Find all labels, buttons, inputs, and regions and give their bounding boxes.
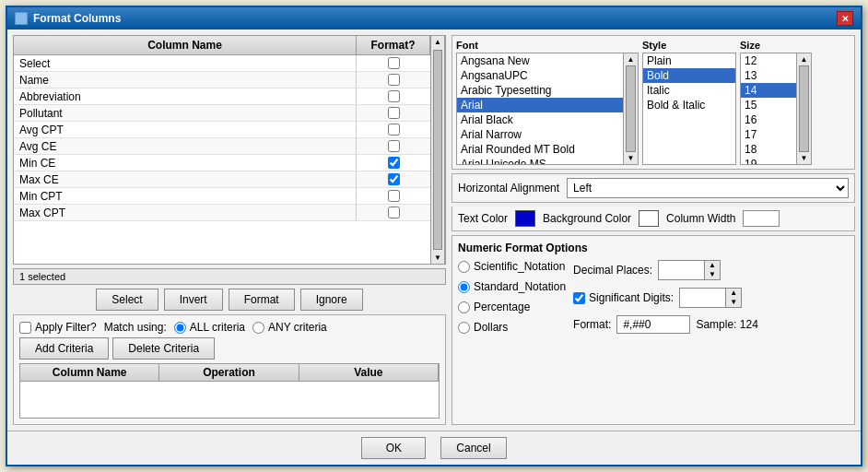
size-list-item[interactable]: 13 [741,68,796,83]
size-list-item[interactable]: 12 [741,53,796,68]
table-row[interactable]: Max CPT [14,205,430,221]
dollars-radio[interactable]: Dollars [458,321,566,334]
ignore-button[interactable]: Ignore [300,289,363,311]
size-list-item[interactable]: 17 [741,127,796,142]
table-cell-name: Max CPT [14,205,357,220]
alignment-row: Horizontal Alignment Left Center Right [452,173,855,203]
sigdig-up-btn[interactable]: ▲ [726,289,741,298]
size-list-item[interactable]: 15 [741,98,796,112]
style-list-item[interactable]: Bold [643,68,735,83]
size-list-item[interactable]: 19 [741,157,796,164]
select-button[interactable]: Select [96,289,158,311]
table-row[interactable]: Min CE [14,155,430,171]
cancel-button[interactable]: Cancel [440,437,506,459]
table-row[interactable]: Select [14,55,430,72]
table-row[interactable]: Pollutant [14,105,430,122]
apply-filter-label[interactable]: Apply Filter? [19,321,97,334]
decimal-input[interactable]: 0 [658,260,704,280]
alignment-select[interactable]: Left Center Right [567,178,849,198]
table-row[interactable]: Avg CE [14,138,430,155]
delete-criteria-button[interactable]: Delete Criteria [112,337,215,360]
style-list-item[interactable]: Plain [643,53,735,68]
format-checkbox[interactable] [388,173,400,185]
style-list[interactable]: PlainBoldItalicBold & Italic [643,53,735,164]
size-scroll-up[interactable]: ▲ [797,55,811,64]
table-cell-format[interactable] [357,205,430,220]
table-row[interactable]: Abbreviation [14,88,430,105]
all-criteria-radio[interactable]: ALL criteria [174,321,245,334]
size-scrollbar[interactable]: ▲ ▼ [796,53,811,164]
table-cell-format[interactable] [357,155,430,171]
font-list-item[interactable]: Arial Unicode MS [457,157,623,164]
format-checkbox[interactable] [388,140,400,152]
apply-filter-checkbox[interactable] [19,322,31,334]
font-list-item[interactable]: Arial Narrow [457,127,623,142]
format-button[interactable]: Format [229,289,295,311]
table-cell-format[interactable] [357,72,430,88]
title-bar-left: Format Columns [15,12,121,25]
size-list-item[interactable]: 16 [741,112,796,127]
percentage-radio[interactable]: Percentage [458,301,566,313]
text-color-box[interactable] [515,210,535,227]
any-criteria-radio[interactable]: ANY criteria [252,321,327,334]
style-section: Style PlainBoldItalicBold & Italic [642,40,736,165]
font-list-item[interactable]: Arial [457,98,623,112]
size-list-item[interactable]: 14 [741,83,796,98]
format-checkbox[interactable] [388,74,400,86]
font-list-item[interactable]: Arial Rounded MT Bold [457,142,623,157]
format-checkbox[interactable] [388,124,400,136]
standard-notation-radio[interactable]: Standard_Notation [458,280,566,293]
size-list[interactable]: 1213141516171819 [741,53,796,164]
font-list[interactable]: Angsana NewAngsanaUPCArabic TypesettingA… [457,53,623,164]
column-table-scrollbar[interactable]: ▲ ▼ [430,36,445,264]
sigdig-down-btn[interactable]: ▼ [726,298,741,307]
format-checkbox[interactable] [388,206,400,218]
filter-col-name: Column Name [20,364,159,381]
style-list-item[interactable]: Bold & Italic [643,98,735,112]
format-checkbox[interactable] [388,190,400,202]
sigdig-input[interactable]: 4 [679,288,725,308]
scroll-thumb[interactable] [433,50,442,250]
table-row[interactable]: Min CPT [14,188,430,205]
table-cell-format[interactable] [357,105,430,121]
table-row[interactable]: Avg CPT [14,122,430,138]
scientific-notation-radio[interactable]: Scientific_Notation [458,260,566,273]
format-checkbox[interactable] [388,107,400,119]
close-button[interactable]: ✕ [837,11,853,26]
table-cell-format[interactable] [357,55,430,71]
font-list-item[interactable]: Angsana New [457,53,623,68]
font-list-item[interactable]: Arial Black [457,112,623,127]
font-scroll-thumb[interactable] [626,65,636,152]
size-scroll-down[interactable]: ▼ [797,154,811,162]
decimal-down-btn[interactable]: ▼ [705,270,720,279]
decimal-up-btn[interactable]: ▲ [705,261,720,270]
font-list-item[interactable]: Arabic Typesetting [457,83,623,98]
font-list-item[interactable]: AngsanaUPC [457,68,623,83]
add-criteria-button[interactable]: Add Criteria [19,337,109,360]
table-cell-format[interactable] [357,88,430,104]
format-checkbox[interactable] [388,90,400,102]
format-checkbox[interactable] [388,157,400,169]
format-checkbox[interactable] [388,57,400,69]
sigdig-checkbox[interactable] [573,292,585,304]
format-label: Format: [573,318,611,331]
sigdig-checkbox-label[interactable]: Significant Digits: [573,291,674,304]
font-scrollbar[interactable]: ▲ ▼ [623,53,638,164]
table-row[interactable]: Name [14,72,430,88]
font-scroll-up[interactable]: ▲ [624,55,638,64]
size-list-item[interactable]: 18 [741,142,796,157]
table-cell-format[interactable] [357,138,430,154]
ok-button[interactable]: OK [361,437,426,459]
size-scroll-thumb[interactable] [799,65,809,152]
table-cell-name: Avg CPT [14,122,357,137]
table-cell-format[interactable] [357,122,430,137]
font-scroll-down[interactable]: ▼ [624,154,638,162]
table-row[interactable]: Max CE [14,171,430,188]
style-list-item[interactable]: Italic [643,83,735,98]
table-cell-format[interactable] [357,171,430,187]
table-cell-format[interactable] [357,188,430,204]
format-row: Format: #,##0 Sample: 124 [573,315,849,334]
bg-color-box[interactable] [639,210,659,227]
invert-button[interactable]: Invert [164,289,223,311]
column-width-input[interactable]: 60 [743,210,780,227]
